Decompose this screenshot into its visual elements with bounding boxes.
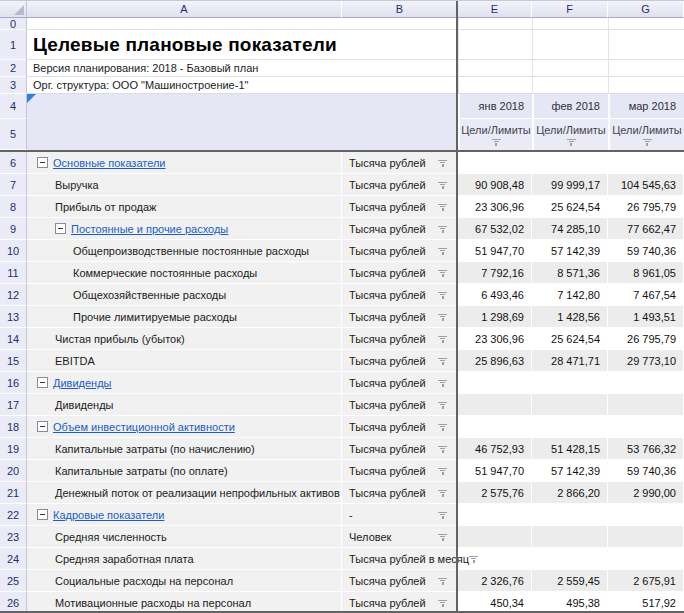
row-number[interactable]: 24: [0, 548, 27, 570]
value-cell-f[interactable]: 57 142,39: [532, 460, 608, 482]
value-cell-f[interactable]: [532, 372, 608, 394]
row-number[interactable]: 8: [0, 196, 27, 218]
value-cell-f[interactable]: 7 142,80: [532, 284, 608, 306]
value-cell-e[interactable]: 2 575,76: [458, 482, 532, 504]
filter-icon[interactable]: [438, 401, 447, 409]
column-header-g[interactable]: G: [608, 1, 684, 18]
filter-icon[interactable]: [438, 357, 447, 365]
filter-icon[interactable]: [438, 291, 447, 299]
value-cell-f[interactable]: 8 571,36: [532, 262, 608, 284]
filter-icon[interactable]: [567, 138, 576, 146]
value-cell-g[interactable]: 2 990,00: [608, 482, 684, 504]
indicator-group-link[interactable]: Кадровые показатели: [53, 509, 164, 521]
indicator-cell[interactable]: Капитальные затраты (по оплате): [27, 460, 342, 482]
value-cell-g[interactable]: 59 740,36: [608, 240, 684, 262]
value-cell-e[interactable]: 25 896,63: [458, 350, 532, 372]
value-cell-g[interactable]: 26 795,79: [608, 196, 684, 218]
empty-cell[interactable]: [532, 30, 608, 60]
empty-cell[interactable]: [532, 18, 608, 30]
value-cell-g[interactable]: 517,92: [608, 592, 684, 613]
empty-cell[interactable]: [458, 18, 532, 30]
filter-icon[interactable]: [438, 445, 447, 453]
value-cell-f[interactable]: 2 559,45: [532, 570, 608, 592]
row-number[interactable]: 16: [0, 372, 27, 394]
empty-cell[interactable]: [27, 18, 458, 30]
value-cell-f[interactable]: 25 624,54: [532, 196, 608, 218]
indicator-cell[interactable]: Кадровые показатели: [27, 504, 342, 526]
indicator-cell[interactable]: EBITDA: [27, 350, 342, 372]
empty-cell[interactable]: [608, 60, 684, 77]
value-cell-g[interactable]: [608, 526, 684, 548]
value-cell-f[interactable]: [532, 504, 608, 526]
indicator-cell[interactable]: Выручка: [27, 174, 342, 196]
filter-icon[interactable]: [643, 138, 652, 146]
value-cell-e[interactable]: 90 908,48: [458, 174, 532, 196]
value-cell-e[interactable]: [458, 504, 532, 526]
value-cell-g[interactable]: 26 795,79: [608, 328, 684, 350]
column-header-b[interactable]: B: [342, 1, 458, 18]
empty-cell[interactable]: [458, 77, 532, 94]
value-cell-f[interactable]: 28 471,71: [532, 350, 608, 372]
row-number[interactable]: 4: [0, 94, 27, 119]
value-cell-g[interactable]: 104 545,63: [608, 174, 684, 196]
indicator-group-link[interactable]: Дивиденды: [53, 377, 112, 389]
row-number[interactable]: 12: [0, 284, 27, 306]
value-cell-f[interactable]: 1 428,56: [532, 306, 608, 328]
row-number[interactable]: 0: [0, 18, 27, 30]
filter-icon[interactable]: [438, 379, 447, 387]
value-cell-e[interactable]: 23 306,96: [458, 328, 532, 350]
value-cell-g[interactable]: 29 773,10: [608, 350, 684, 372]
filter-icon[interactable]: [438, 599, 447, 607]
indicator-cell[interactable]: Постоянные и прочие расходы: [27, 218, 342, 240]
value-cell-g[interactable]: [608, 372, 684, 394]
value-cell-e[interactable]: [458, 394, 532, 416]
row-number[interactable]: 15: [0, 350, 27, 372]
indicator-cell[interactable]: Дивиденды: [27, 372, 342, 394]
indicator-cell[interactable]: Коммерческие постоянные расходы: [27, 262, 342, 284]
row-number[interactable]: 13: [0, 306, 27, 328]
filter-icon[interactable]: [438, 159, 447, 167]
filter-icon[interactable]: [438, 423, 447, 431]
row-number[interactable]: 7: [0, 174, 27, 196]
value-cell-e[interactable]: 2 326,76: [458, 570, 532, 592]
row-number[interactable]: 26: [0, 592, 27, 613]
indicator-cell[interactable]: Капитальные затраты (по начислению): [27, 438, 342, 460]
month-header[interactable]: фев 2018: [532, 94, 608, 119]
row-number[interactable]: 5: [0, 119, 27, 150]
select-all-corner[interactable]: [0, 1, 27, 18]
value-cell-f[interactable]: 495,38: [532, 592, 608, 613]
indicator-cell[interactable]: Общехозяйственные расходы: [27, 284, 342, 306]
row-number[interactable]: 18: [0, 416, 27, 438]
value-cell-f[interactable]: [532, 526, 608, 548]
collapse-minus-icon[interactable]: [37, 421, 48, 432]
row-number[interactable]: 21: [0, 482, 27, 504]
month-header[interactable]: мар 2018: [608, 94, 684, 119]
row-number[interactable]: 9: [0, 218, 27, 240]
indicator-cell[interactable]: Средняя заработная плата: [27, 548, 342, 570]
value-cell-e[interactable]: 23 306,96: [458, 196, 532, 218]
value-cell-g[interactable]: 2 675,91: [608, 570, 684, 592]
empty-cell[interactable]: [458, 60, 532, 77]
row-number[interactable]: 2: [0, 60, 27, 77]
empty-cell[interactable]: [532, 77, 608, 94]
collapse-minus-icon[interactable]: [37, 157, 48, 168]
indicator-cell[interactable]: Основные показатели: [27, 152, 342, 174]
filter-icon[interactable]: [438, 467, 447, 475]
value-cell-f[interactable]: 99 999,17: [532, 174, 608, 196]
filter-icon[interactable]: [438, 577, 447, 585]
indicator-cell[interactable]: Социальные расходы на персонал: [27, 570, 342, 592]
value-cell-f[interactable]: 51 428,15: [532, 438, 608, 460]
row-number[interactable]: 14: [0, 328, 27, 350]
value-cell-e[interactable]: 67 532,02: [458, 218, 532, 240]
indicator-cell[interactable]: Общепроизводственные постоянные расходы: [27, 240, 342, 262]
column-header-e[interactable]: E: [458, 1, 532, 18]
value-cell-g[interactable]: 7 467,54: [608, 284, 684, 306]
row-number[interactable]: 22: [0, 504, 27, 526]
value-cell-g[interactable]: 53 766,32: [608, 438, 684, 460]
value-cell-f[interactable]: 74 285,10: [532, 218, 608, 240]
month-header[interactable]: янв 2018: [458, 94, 532, 119]
empty-cell[interactable]: [608, 18, 684, 30]
indicator-group-link[interactable]: Постоянные и прочие расходы: [71, 223, 228, 235]
filter-icon[interactable]: [492, 138, 501, 146]
filter-icon[interactable]: [438, 247, 447, 255]
